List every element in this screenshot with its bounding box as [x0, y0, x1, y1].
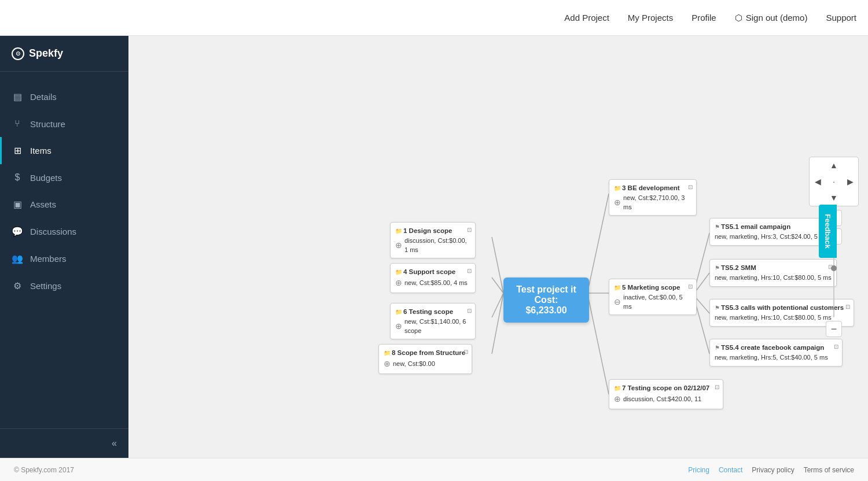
pan-left-button[interactable]: ◀ — [810, 173, 826, 190]
node-details: discussion, Cst:$420.00, 11 — [623, 395, 701, 404]
sign-out-link[interactable]: ⬡ Sign out (demo) — [735, 13, 808, 23]
svg-line-3 — [492, 293, 503, 354]
add-child-icon[interactable]: ⊕ — [395, 321, 402, 332]
sidebar-logo[interactable]: ⊙ Spekfy — [0, 36, 128, 72]
sidebar-collapse-button[interactable]: « — [0, 428, 128, 458]
node-expand-icon[interactable]: ⊡ — [715, 383, 719, 391]
task-icon: ⚑ — [715, 224, 720, 230]
folder-icon: 📁 — [614, 284, 621, 291]
node-expand-icon[interactable]: ⊡ — [467, 307, 472, 315]
add-child-icon[interactable]: ⊕ — [614, 394, 621, 405]
node-details: discussion, Cst:$0.00, 1 ms — [404, 236, 470, 254]
terms-link-text[interactable]: Terms of service — [804, 466, 854, 474]
details-icon: ▤ — [12, 91, 23, 102]
feedback-tab[interactable]: Feedback — [819, 205, 837, 258]
zoom-out-button[interactable]: − — [826, 321, 842, 337]
budgets-icon: $ — [12, 172, 23, 183]
svg-line-0 — [492, 237, 503, 293]
sidebar-item-label: Assets — [30, 199, 56, 209]
node-structure-scope[interactable]: ⊡ 📁8 Scope from Structure ⊕ new, Cst:$0.… — [378, 344, 472, 374]
folder-icon: 📁 — [384, 350, 391, 356]
support-link[interactable]: Support — [826, 13, 856, 23]
header: Add Project My Projects Profile ⬡ Sign o… — [0, 0, 868, 36]
members-icon: 👥 — [12, 253, 23, 264]
sidebar-nav: ▤ Details ⑂ Structure ⊞ Items $ Budgets … — [0, 72, 128, 428]
settings-icon: ⚙ — [12, 280, 23, 291]
collapse-child-icon[interactable]: ⊖ — [614, 297, 621, 308]
profile-link[interactable]: Profile — [692, 13, 716, 23]
node-expand-icon[interactable]: ⊡ — [464, 348, 468, 356]
task-icon: ⚑ — [715, 305, 720, 311]
logo-icon: ⊙ — [12, 47, 24, 60]
sidebar-item-discussions[interactable]: 💬 Discussions — [0, 218, 128, 245]
folder-icon: 📁 — [395, 228, 402, 234]
node-expand-icon[interactable]: ⊡ — [688, 183, 693, 191]
zoom-slider-thumb[interactable] — [831, 265, 837, 271]
sidebar-item-members[interactable]: 👥 Members — [0, 245, 128, 272]
sidebar-item-details[interactable]: ▤ Details — [0, 83, 128, 110]
add-project-link[interactable]: Add Project — [564, 13, 609, 23]
center-node[interactable]: Test project it Cost: $6,233.00 — [503, 278, 589, 323]
sidebar-item-structure[interactable]: ⑂ Structure — [0, 110, 128, 137]
sidebar-item-label: Members — [30, 254, 67, 264]
svg-line-6 — [587, 293, 609, 394]
center-node-title: Test project it — [514, 284, 579, 295]
privacy-policy-link-text[interactable]: Privacy policy — [752, 466, 794, 474]
discussions-icon: 💬 — [12, 226, 23, 237]
node-details: new, marketing, Hrs:5, Cst:$40.00, 5 ms — [715, 354, 828, 361]
node-ts54[interactable]: ⊡ ⚑TS5.4 create facebook campaign new, m… — [709, 339, 843, 367]
my-projects-link[interactable]: My Projects — [628, 13, 673, 23]
pan-controls: ▲ ◀ · ▶ ▼ — [809, 157, 859, 206]
footer: © Spekfy.com 2017 Pricing Contact Privac… — [0, 458, 868, 481]
zoom-slider-track[interactable] — [833, 248, 834, 317]
node-expand-icon[interactable]: ⊡ — [834, 343, 838, 351]
node-design-scope[interactable]: ⊡ 📁1 Design scope ⊕ discussion, Cst:$0.0… — [390, 222, 476, 258]
node-expand-icon[interactable]: ⊡ — [467, 226, 472, 234]
add-child-icon[interactable]: ⊕ — [384, 358, 391, 370]
collapse-icon: « — [112, 438, 117, 449]
sidebar-item-label: Structure — [30, 119, 65, 129]
node-expand-icon[interactable]: ⊡ — [688, 283, 693, 291]
node-testing-scope2[interactable]: ⊡ 📁7 Testing scope on 02/12/07 ⊕ discuss… — [609, 379, 723, 409]
center-node-subtitle: Cost: $6,233.00 — [514, 295, 579, 316]
node-be-development[interactable]: ⊡ 📁3 BE development ⊕ new, Cst:$2,710.00… — [609, 179, 697, 216]
sidebar-item-budgets[interactable]: $ Budgets — [0, 164, 128, 191]
sidebar-item-label: Settings — [30, 281, 61, 291]
pan-right-button[interactable]: ▶ — [842, 173, 858, 190]
footer-links: Pricing Contact Privacy policy Terms of … — [688, 466, 854, 474]
structure-icon: ⑂ — [12, 119, 23, 129]
node-support-scope[interactable]: ⊡ 📁4 Support scope ⊕ new, Cst:$85.00, 4 … — [390, 263, 476, 293]
add-child-icon[interactable]: ⊕ — [395, 278, 402, 289]
sidebar-item-label: Discussions — [30, 227, 76, 236]
node-marketing-scope[interactable]: ⊡ 📁5 Marketing scope ⊖ inactive, Cst:$0.… — [609, 279, 697, 315]
node-details: new, Cst:$1,140.00, 6 scope — [404, 317, 470, 335]
pan-down-button[interactable]: ▼ — [826, 190, 842, 206]
folder-icon: 📁 — [614, 185, 621, 191]
task-icon: ⚑ — [715, 265, 720, 271]
sidebar-item-label: Budgets — [30, 173, 62, 183]
node-details: new, Cst:$0.00 — [393, 360, 435, 368]
node-expand-icon[interactable]: ⊡ — [467, 267, 472, 275]
node-details: new, Cst:$85.00, 4 ms — [404, 279, 468, 287]
sidebar-item-settings[interactable]: ⚙ Settings — [0, 272, 128, 299]
contact-link[interactable]: Contact — [719, 466, 742, 474]
add-child-icon[interactable]: ⊕ — [395, 240, 402, 251]
app-name: Spekfy — [29, 47, 63, 60]
folder-icon: 📁 — [614, 385, 621, 391]
sidebar: ⊙ Spekfy ▤ Details ⑂ Structure ⊞ Items $… — [0, 36, 128, 458]
sidebar-item-assets[interactable]: ▣ Assets — [0, 191, 128, 218]
folder-icon: 📁 — [395, 309, 402, 315]
add-child-icon[interactable]: ⊕ — [614, 197, 621, 209]
node-details: inactive, Cst:$0.00, 5 ms — [623, 293, 692, 311]
svg-line-1 — [492, 278, 503, 293]
pricing-link[interactable]: Pricing — [688, 466, 709, 474]
svg-line-2 — [492, 293, 503, 317]
pan-center-button[interactable]: · — [826, 173, 842, 190]
assets-icon: ▣ — [12, 199, 23, 210]
sidebar-item-items[interactable]: ⊞ Items — [0, 137, 128, 164]
main-layout: ⊙ Spekfy ▤ Details ⑂ Structure ⊞ Items $… — [0, 36, 868, 458]
task-icon: ⚑ — [715, 345, 720, 351]
items-icon: ⊞ — [12, 145, 23, 156]
node-testing-scope[interactable]: ⊡ 📁6 Testing scope ⊕ new, Cst:$1,140.00,… — [390, 303, 476, 339]
pan-up-button[interactable]: ▲ — [826, 157, 842, 173]
